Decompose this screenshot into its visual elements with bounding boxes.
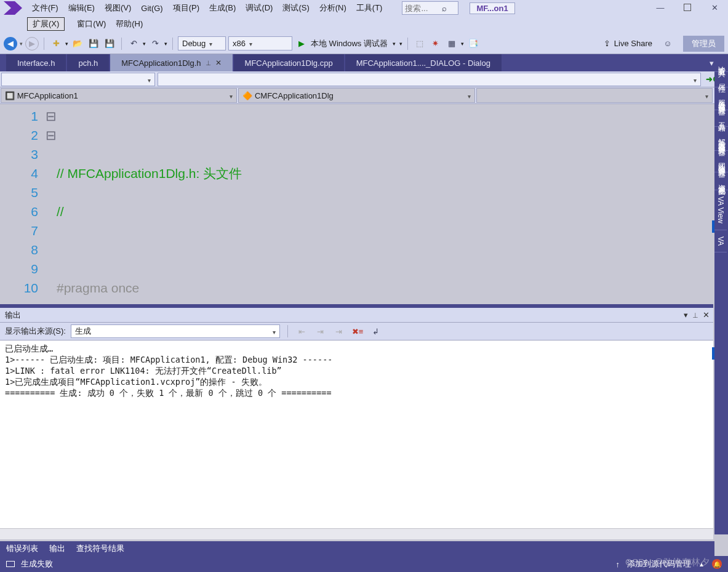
output-wrap-button[interactable]: ↲ — [369, 324, 383, 338]
search-icon: ⌕ — [442, 4, 447, 13]
output-source-value: 生成 — [75, 326, 91, 337]
config-dropdown[interactable]: Debug — [178, 36, 226, 50]
tab-mfcapp-dlg-h[interactable]: MFCApplication1Dlg.h ⟂ ✕ — [110, 54, 232, 71]
save-button[interactable]: 💾 — [87, 37, 100, 50]
tab-label: MFCApplication1Dlg.h — [121, 58, 201, 68]
status-bar: 生成失败 ↑ 添加到源代码管理 ▲ 🔔 — [0, 556, 728, 572]
code-area[interactable]: // MFCApplication1Dlg.h: 头文件 // #pragma … — [57, 104, 714, 297]
menu-view[interactable]: 视图(V) — [100, 1, 136, 15]
menu-extensions[interactable]: 扩展(X) — [27, 17, 65, 31]
redo-button[interactable]: ↷ — [148, 37, 162, 50]
tab-dialog-resource[interactable]: MFCApplication1...._DIALOG - Dialog — [345, 54, 502, 71]
panel-menu-button[interactable]: ▾ — [684, 310, 688, 320]
menu-help[interactable]: 帮助(H) — [111, 17, 148, 31]
toolbar-icon-2[interactable]: ✷ — [429, 37, 442, 50]
fold-gutter[interactable]: ⊟⊟ — [46, 104, 57, 297]
class-dropdown[interactable]: 🔶 CMFCApplication1Dlg — [238, 88, 474, 103]
output-text[interactable]: 已启动生成… 1>------ 已启动生成: 项目: MFCApplicatio… — [0, 340, 713, 528]
pin-icon[interactable]: ⟂ — [206, 58, 210, 67]
document-tab-strip: Interface.h pch.h MFCApplication1Dlg.h ⟂… — [0, 54, 728, 71]
toolbar-icon-4[interactable]: 📑 — [466, 37, 480, 50]
platform-value: x86 — [233, 39, 246, 48]
bottom-tab-output[interactable]: 输出 — [49, 543, 65, 554]
admin-badge: 管理员 — [683, 36, 724, 52]
nav-forward-button[interactable]: ▶ — [25, 37, 39, 50]
status-up-arrow-icon[interactable]: ↑ — [616, 560, 620, 569]
side-tab-solution-explorer[interactable]: 解决方案资源管理器 — [714, 127, 728, 151]
notifications-icon[interactable]: 🔔 — [712, 559, 722, 569]
toolbar-icon-1[interactable]: ⬚ — [413, 37, 426, 50]
output-title: 输出 — [5, 310, 21, 321]
close-window-button[interactable]: ✕ — [701, 0, 728, 15]
side-tab-properties[interactable]: 属性 — [714, 72, 728, 87]
live-share-button[interactable]: ⇪ Live Share — [598, 39, 658, 48]
menu-window[interactable]: 窗口(W) — [72, 17, 111, 31]
feedback-button[interactable]: ☺ — [661, 37, 674, 50]
side-tab-resource-view[interactable]: 资源视图 — [714, 172, 728, 190]
panel-close-button[interactable]: ✕ — [703, 310, 710, 320]
undo-button[interactable]: ↶ — [127, 37, 140, 50]
nav-back-button[interactable]: ◀ — [4, 37, 17, 50]
nav-scope-dropdown[interactable] — [1, 73, 155, 86]
menu-test[interactable]: 测试(S) — [278, 1, 314, 15]
menu-debug[interactable]: 调试(D) — [241, 1, 278, 15]
output-source-dropdown[interactable]: 生成 — [71, 324, 280, 338]
class-combo-row: 🔲 MFCApplication1 🔶 CMFCApplication1Dlg … — [0, 87, 728, 103]
search-box[interactable]: ⌕ — [402, 1, 458, 15]
panel-pin-button[interactable]: ⟂ — [693, 310, 698, 320]
open-button[interactable]: 📂 — [71, 37, 84, 50]
config-value: Debug — [182, 39, 206, 48]
close-tab-button[interactable]: ✕ — [215, 58, 222, 67]
main-toolbar: ◀ ▾ ▶ ✚▾ 📂 💾 💾 ↶▾ ↷▾ Debug x86 ▶ 本地 Wind… — [0, 33, 728, 54]
search-input[interactable] — [405, 4, 442, 13]
platform-dropdown[interactable]: x86 — [228, 36, 292, 50]
bottom-tab-find-results[interactable]: 查找符号结果 — [76, 543, 124, 554]
output-indent-left-button[interactable]: ⇤ — [295, 324, 309, 338]
solution-chip[interactable]: MF...on1 — [470, 2, 514, 14]
output-indent-btn2[interactable]: ⇥ — [314, 324, 327, 338]
maximize-button[interactable] — [674, 0, 701, 15]
output-h-scrollbar[interactable] — [0, 528, 713, 539]
start-debug-button[interactable]: ▶ — [295, 37, 308, 50]
output-source-label: 显示输出来源(S): — [5, 326, 66, 337]
menu-edit[interactable]: 编辑(E) — [63, 1, 100, 15]
tab-pch-h[interactable]: pch.h — [67, 54, 109, 71]
menu-file[interactable]: 文件(F) — [27, 1, 63, 15]
output-indent-btn3[interactable]: ⇥ — [332, 324, 346, 338]
tab-interface-h[interactable]: Interface.h — [6, 54, 66, 71]
nav-member-dropdown[interactable] — [158, 73, 701, 86]
side-tab-va[interactable]: VA — [714, 230, 727, 252]
side-marker-1 — [712, 220, 714, 233]
new-project-button[interactable]: ✚ — [49, 37, 63, 50]
side-tab-va-view[interactable]: VA View — [714, 190, 727, 230]
side-tab-diagnostics[interactable]: 诊断工具 — [714, 54, 728, 72]
status-rect-icon — [6, 561, 15, 567]
tab-overflow-button[interactable]: ▾ — [710, 58, 714, 68]
output-clear-button[interactable]: ✖≡ — [351, 324, 364, 338]
side-marker-2 — [712, 347, 714, 360]
menu-build[interactable]: 生成(B) — [204, 1, 241, 15]
project-dropdown[interactable]: 🔲 MFCApplication1 — [1, 88, 237, 103]
live-share-label: Live Share — [614, 39, 652, 48]
debug-target-label[interactable]: 本地 Windows 调试器 — [311, 38, 388, 49]
minimize-button[interactable]: — — [647, 0, 674, 15]
status-source-control[interactable]: 添加到源代码管理 — [627, 558, 691, 570]
bottom-tab-error-list[interactable]: 错误列表 — [6, 543, 38, 554]
menu-tools[interactable]: 工具(T) — [351, 1, 388, 15]
bottom-dock-tabs: 错误列表 输出 查找符号结果 — [0, 541, 714, 556]
save-all-button[interactable]: 💾 — [103, 37, 116, 50]
menu-project[interactable]: 项目(P) — [168, 1, 204, 15]
menu-git[interactable]: Git(G) — [136, 2, 167, 15]
member-dropdown[interactable] — [476, 88, 713, 103]
tab-label: Interface.h — [17, 58, 55, 68]
menu-analyze[interactable]: 分析(N) — [314, 1, 351, 15]
tab-mfcapp-dlg-cpp[interactable]: MFCApplication1Dlg.cpp — [234, 54, 344, 71]
side-tab-team-explorer[interactable]: 团队资源管理器 — [714, 151, 728, 172]
share-icon: ⇪ — [604, 39, 610, 48]
toolbar-icon-3[interactable]: ▦ — [445, 37, 458, 50]
code-editor[interactable]: 12345678910 ⊟⊟ // MFCApplication1Dlg.h: … — [0, 103, 728, 297]
class-value: CMFCApplication1Dlg — [255, 91, 334, 100]
tab-label: MFCApplication1...._DIALOG - Dialog — [356, 58, 490, 68]
side-tab-server-explorer[interactable]: 服务器资源管理器 — [714, 87, 728, 110]
side-tab-toolbox[interactable]: 工具箱 — [714, 110, 728, 127]
